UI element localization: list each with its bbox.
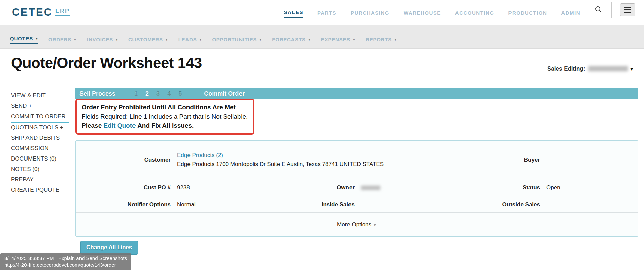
- sub-nav-orders[interactable]: ORDERS ▼: [48, 37, 77, 44]
- edit-quote-link[interactable]: Edit Quote: [104, 122, 136, 129]
- screenshot-tooltip: 8/14/2025 3:33:37 PM · Explain and Send …: [0, 253, 131, 270]
- po-owner-status-row: Cust PO # 9238 Owner Status Open: [76, 179, 638, 196]
- sidebar-item-commission[interactable]: COMMISSION: [11, 143, 69, 154]
- chevron-down-icon: ▼: [165, 38, 168, 41]
- sales-editing-label: Sales Editing:: [547, 65, 585, 72]
- customer-label: Customer: [76, 156, 171, 163]
- redacted-name: [588, 66, 628, 71]
- owner-label: Owner: [261, 184, 355, 191]
- sub-nav-opportunities[interactable]: OPPORTUNITIES ▼: [212, 37, 262, 44]
- search-button[interactable]: [585, 2, 612, 18]
- sales-sub-nav: QUOTES ▼ ORDERS ▼ INVOICES ▼ CUSTOMERS ▼…: [0, 25, 644, 49]
- sell-process-steps: 1 2 3 4 5: [134, 90, 182, 97]
- sub-nav-quotes[interactable]: QUOTES ▼: [10, 36, 38, 44]
- logo-text: CETEC: [12, 6, 52, 18]
- menu-icon: [624, 7, 631, 13]
- notifier-sales-row: Notifier Options Normal Inside Sales Out…: [76, 196, 638, 213]
- more-options-row: More Options▼: [76, 213, 638, 236]
- inside-sales-label: Inside Sales: [261, 201, 355, 208]
- quote-sidebar: VIEW & EDIT SEND + COMMIT TO ORDER QUOTI…: [11, 91, 69, 195]
- warning-detail: Fields Required: Line 1 includes a Part …: [82, 112, 248, 121]
- top-nav-purchasing[interactable]: PURCHASING: [351, 7, 389, 18]
- sell-process-bar: Sell Process 1 2 3 4 5 Commit Order: [75, 88, 638, 99]
- page-title: Quote/Order Worksheet 143: [11, 55, 202, 72]
- chevron-down-icon: ▼: [394, 38, 397, 41]
- owner-value: [355, 184, 446, 191]
- cust-po-value: 9238: [171, 184, 261, 191]
- sub-nav-customers[interactable]: CUSTOMERS ▼: [128, 37, 168, 44]
- customer-link[interactable]: Edge Products (2): [177, 152, 223, 159]
- top-nav: SALES PARTS PURCHASING WAREHOUSE ACCOUNT…: [284, 0, 580, 25]
- sidebar-item-view-edit[interactable]: VIEW & EDIT: [11, 91, 69, 101]
- warning-title: Order Entry Prohibited Until All Conditi…: [82, 103, 248, 112]
- order-header-panel: Customer Edge Products (2) Edge Products…: [75, 140, 638, 237]
- sidebar-item-notes[interactable]: NOTES (0): [11, 164, 69, 175]
- chevron-down-icon: ▼: [115, 38, 118, 41]
- sub-nav-expenses[interactable]: EXPENSES ▼: [321, 37, 356, 44]
- chevron-down-icon: ▼: [308, 38, 311, 41]
- sell-process-step-3[interactable]: 3: [156, 90, 160, 97]
- warning-action-line: Please Edit Quote And Fix All Issues.: [82, 121, 248, 130]
- sidebar-item-commit-to-order[interactable]: COMMIT TO ORDER: [11, 111, 69, 123]
- chevron-down-icon: ▼: [259, 38, 262, 41]
- chevron-down-icon: ▼: [35, 37, 38, 40]
- more-options-toggle[interactable]: More Options▼: [337, 221, 377, 228]
- buyer-label: Buyer: [446, 156, 540, 163]
- sidebar-item-send[interactable]: SEND +: [11, 101, 69, 111]
- sidebar-item-prepay[interactable]: PREPAY: [11, 175, 69, 185]
- app-header: CETEC ERP SALES PARTS PURCHASING WAREHOU…: [0, 0, 644, 25]
- sell-process-step-1[interactable]: 1: [134, 90, 138, 97]
- customer-row: Customer Edge Products (2) Edge Products…: [76, 141, 638, 179]
- change-all-lines-button[interactable]: Change All Lines: [80, 241, 138, 255]
- top-nav-warehouse[interactable]: WAREHOUSE: [404, 7, 441, 18]
- chevron-down-icon: ▼: [352, 38, 356, 41]
- sell-process-step-2[interactable]: 2: [145, 90, 149, 97]
- cust-po-label: Cust PO #: [76, 184, 171, 191]
- tooltip-url: http://4-20-fifo.cetecerpdevel.com/quote…: [4, 262, 127, 268]
- hamburger-menu-button[interactable]: [620, 3, 635, 16]
- sidebar-item-quoting-tools[interactable]: QUOTING TOOLS +: [11, 123, 69, 133]
- status-label: Status: [446, 184, 540, 191]
- status-value: Open: [540, 184, 638, 191]
- chevron-down-icon: ▼: [199, 38, 202, 41]
- customer-value: Edge Products (2) Edge Products 1700 Mon…: [171, 151, 446, 169]
- logo-erp-text: ERP: [55, 8, 70, 16]
- content-column: Sell Process 1 2 3 4 5 Commit Order Orde…: [75, 88, 638, 255]
- dropdown-arrow-icon: ▼: [629, 66, 634, 72]
- top-nav-accounting[interactable]: ACCOUNTING: [455, 7, 494, 18]
- search-icon: [595, 6, 602, 14]
- commit-order-step-label[interactable]: Commit Order: [204, 90, 245, 97]
- sidebar-item-create-pquote[interactable]: CREATE PQUOTE: [11, 185, 69, 195]
- sell-process-step-5[interactable]: 5: [178, 90, 182, 97]
- top-nav-production[interactable]: PRODUCTION: [508, 7, 547, 18]
- chevron-down-icon: ▼: [73, 38, 77, 41]
- tooltip-timestamp: 8/14/2025 3:33:37 PM · Explain and Send …: [4, 255, 127, 262]
- order-entry-warning-box: Order Entry Prohibited Until All Conditi…: [75, 99, 254, 135]
- sub-nav-leads[interactable]: LEADS ▼: [178, 37, 202, 44]
- sub-nav-reports[interactable]: REPORTS ▼: [366, 37, 397, 44]
- top-nav-sales[interactable]: SALES: [284, 7, 303, 18]
- outside-sales-label: Outside Sales: [446, 201, 540, 208]
- sales-editing-dropdown[interactable]: Sales Editing: ▼: [543, 62, 638, 75]
- top-nav-parts[interactable]: PARTS: [317, 7, 336, 18]
- cetec-erp-logo[interactable]: CETEC ERP: [12, 6, 70, 18]
- sidebar-item-ship-and-debits[interactable]: SHIP AND DEBITS: [11, 133, 69, 143]
- sidebar-item-documents[interactable]: DOCUMENTS (0): [11, 154, 69, 164]
- notifier-options-label: Notifier Options: [76, 201, 171, 208]
- sell-process-label: Sell Process: [79, 90, 115, 97]
- customer-address: Edge Products 1700 Montopolis Dr Suite E…: [177, 160, 446, 169]
- top-nav-admin[interactable]: ADMIN: [561, 7, 580, 18]
- notifier-options-value: Normal: [171, 201, 261, 208]
- redacted-name: [361, 186, 380, 190]
- sub-nav-forecasts[interactable]: FORECASTS ▼: [272, 37, 311, 44]
- sell-process-step-4[interactable]: 4: [167, 90, 171, 97]
- sub-nav-invoices[interactable]: INVOICES ▼: [87, 37, 118, 44]
- chevron-down-icon: ▼: [373, 223, 377, 227]
